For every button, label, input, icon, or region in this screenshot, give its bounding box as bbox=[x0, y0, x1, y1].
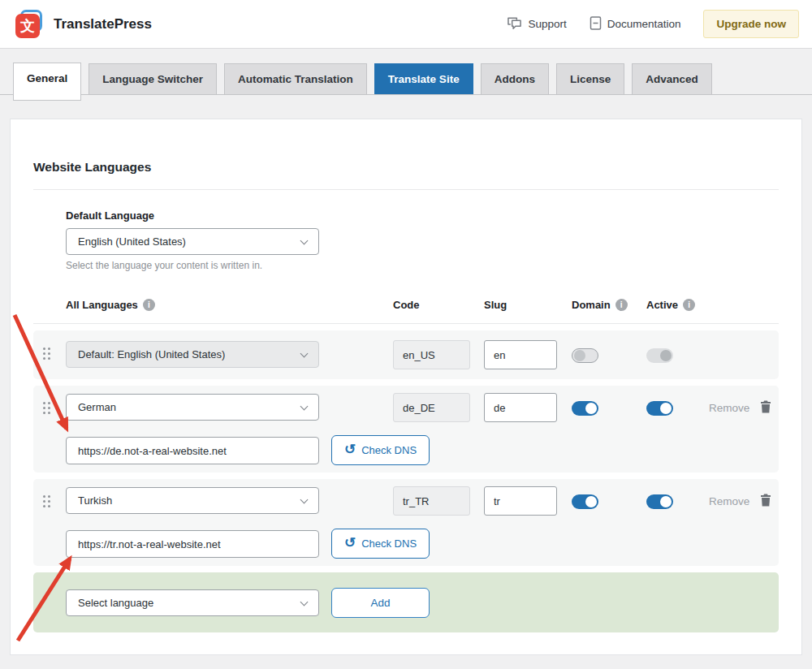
tab-language-switcher[interactable]: Language Switcher bbox=[89, 63, 217, 94]
language-row-german: German Remove ↺ Check DNS bbox=[33, 386, 779, 473]
domain-toggle bbox=[572, 348, 598, 363]
code-input bbox=[393, 486, 470, 516]
remove-label: Remove bbox=[709, 402, 749, 414]
remove-label: Remove bbox=[709, 495, 749, 507]
info-icon[interactable]: i bbox=[615, 299, 628, 311]
language-row-default-english: Default: English (United States) bbox=[33, 330, 779, 379]
default-language-section: Default Language English (United States)… bbox=[66, 209, 779, 271]
column-active: Active i bbox=[646, 299, 695, 311]
active-toggle[interactable] bbox=[646, 401, 673, 416]
column-domain: Domain i bbox=[572, 299, 628, 311]
divider bbox=[33, 323, 779, 324]
chevron-down-icon bbox=[300, 403, 309, 411]
add-language-select[interactable]: Select language bbox=[66, 589, 319, 616]
domain-toggle[interactable] bbox=[572, 494, 598, 509]
drag-handle-icon[interactable] bbox=[43, 495, 51, 508]
column-code: Code bbox=[393, 299, 420, 311]
documentation-link[interactable]: Documentation bbox=[590, 16, 681, 32]
chevron-down-icon bbox=[300, 237, 309, 245]
domain-url-input[interactable] bbox=[66, 530, 319, 558]
slug-input[interactable] bbox=[484, 486, 557, 516]
column-all-languages: All Languages i bbox=[66, 299, 155, 311]
info-icon[interactable]: i bbox=[683, 299, 695, 311]
trash-icon bbox=[760, 494, 771, 509]
tab-automatic-translation[interactable]: Automatic Translation bbox=[224, 63, 367, 94]
documentation-label: Documentation bbox=[607, 18, 681, 30]
tab-addons[interactable]: Addons bbox=[481, 63, 549, 94]
support-link[interactable]: Support bbox=[507, 16, 566, 32]
column-slug: Slug bbox=[484, 299, 507, 311]
logo-glyph: 文 bbox=[20, 16, 35, 36]
code-input bbox=[393, 340, 470, 369]
support-chat-icon bbox=[507, 16, 522, 32]
default-language-select[interactable]: English (United States) bbox=[66, 228, 319, 255]
language-row-turkish: Turkish Remove ↺ Check DNS bbox=[33, 479, 779, 566]
page-title: Website Languages bbox=[33, 119, 779, 175]
domain-url-input[interactable] bbox=[66, 437, 319, 464]
settings-card: Website Languages Default Language Engli… bbox=[10, 119, 802, 655]
logo-red-square: 文 bbox=[15, 14, 40, 38]
active-toggle[interactable] bbox=[646, 494, 673, 509]
code-input bbox=[393, 393, 470, 422]
language-select-turkish[interactable]: Turkish bbox=[66, 487, 319, 514]
add-language-row: Select language Add bbox=[33, 572, 779, 632]
domain-toggle[interactable] bbox=[572, 401, 598, 416]
remove-language-button[interactable]: Remove bbox=[709, 400, 771, 416]
remove-language-button[interactable]: Remove bbox=[709, 494, 771, 509]
tab-advanced[interactable]: Advanced bbox=[632, 63, 712, 94]
language-select-default: Default: English (United States) bbox=[66, 341, 319, 368]
language-select-german[interactable]: German bbox=[66, 394, 319, 421]
add-language-button[interactable]: Add bbox=[331, 588, 430, 618]
refresh-icon: ↺ bbox=[344, 442, 356, 456]
chevron-down-icon bbox=[300, 350, 309, 358]
tab-general[interactable]: General bbox=[13, 63, 81, 101]
app-title: TranslatePress bbox=[54, 16, 152, 32]
check-dns-button[interactable]: ↺ Check DNS bbox=[331, 529, 430, 559]
tab-translate-site[interactable]: Translate Site bbox=[374, 63, 473, 94]
top-bar: 文 TranslatePress Support Documentation U… bbox=[0, 0, 812, 49]
info-icon[interactable]: i bbox=[143, 299, 155, 311]
check-dns-button[interactable]: ↺ Check DNS bbox=[331, 435, 430, 465]
default-language-label: Default Language bbox=[66, 209, 779, 222]
drag-handle-icon[interactable] bbox=[43, 402, 51, 415]
document-icon bbox=[590, 16, 602, 32]
chevron-down-icon bbox=[300, 598, 309, 606]
slug-input[interactable] bbox=[484, 393, 557, 422]
drag-handle-icon[interactable] bbox=[43, 347, 51, 360]
support-label: Support bbox=[528, 18, 566, 30]
slug-input[interactable] bbox=[484, 340, 557, 369]
default-language-help: Select the language your content is writ… bbox=[66, 260, 779, 271]
upgrade-now-button[interactable]: Upgrade now bbox=[703, 10, 799, 38]
divider bbox=[33, 189, 779, 190]
translatepress-logo: 文 bbox=[13, 8, 45, 41]
default-language-value: English (United States) bbox=[78, 235, 186, 248]
trash-icon bbox=[760, 400, 771, 416]
tab-license[interactable]: License bbox=[556, 63, 624, 94]
active-toggle bbox=[646, 348, 673, 363]
languages-table-header: All Languages i Code Slug Domain i Activ… bbox=[33, 299, 779, 313]
settings-tab-bar: General Language Switcher Automatic Tran… bbox=[0, 49, 812, 95]
refresh-icon: ↺ bbox=[344, 536, 356, 550]
chevron-down-icon bbox=[300, 496, 309, 504]
